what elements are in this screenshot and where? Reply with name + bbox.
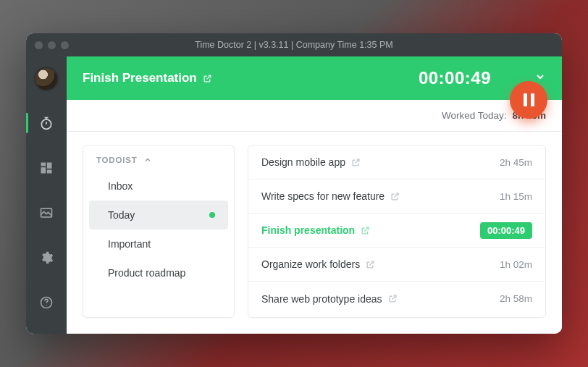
external-link-icon: [366, 260, 375, 269]
task-time: 00:00:49: [480, 222, 532, 239]
external-link-icon: [390, 192, 400, 201]
app-window: Time Doctor 2 | v3.3.11 | Company Time 1…: [26, 33, 562, 334]
task-time: 2h 58m: [500, 293, 532, 304]
sidebar: [26, 56, 67, 334]
folder-label: Inbox: [108, 180, 133, 192]
timer-header: Finish Presentation 00:00:49: [67, 56, 562, 100]
folder-product-roadmap[interactable]: Product roadmap: [89, 258, 228, 287]
folder-important[interactable]: Important: [89, 229, 228, 258]
main-area: Finish Presentation 00:00:49 Worked Toda…: [67, 56, 562, 334]
pause-icon: [524, 93, 534, 106]
integration-header[interactable]: TODOIST: [83, 156, 234, 172]
current-task-title[interactable]: Finish Presentation: [83, 71, 212, 85]
help-icon: [39, 295, 54, 310]
svg-point-7: [46, 305, 46, 305]
task-name: Share web prototype ideas: [261, 293, 382, 305]
worked-today-label: Worked Today:: [442, 110, 507, 121]
task-row[interactable]: Design mobile app 2h 45m: [248, 145, 545, 180]
chevron-down-icon: [534, 71, 546, 83]
folder-list: Inbox Today Important Product roadmap: [83, 172, 234, 287]
task-name: Write specs for new feature: [261, 190, 385, 202]
svg-rect-2: [47, 163, 52, 169]
stopwatch-icon: [39, 116, 54, 130]
external-link-icon: [361, 226, 370, 235]
window-controls[interactable]: [35, 41, 69, 49]
external-link-icon: [388, 294, 398, 303]
task-time: 1h 15m: [500, 191, 532, 202]
minimize-dot[interactable]: [48, 41, 56, 49]
folder-label: Important: [108, 238, 151, 250]
nav-help[interactable]: [26, 290, 67, 316]
folder-today[interactable]: Today: [89, 201, 228, 229]
task-row[interactable]: Organize work folders 1h 02m: [248, 248, 545, 282]
task-row[interactable]: Share web prototype ideas 2h 58m: [248, 282, 545, 316]
nav-screenshots[interactable]: [26, 200, 67, 226]
svg-rect-3: [41, 167, 46, 173]
task-name: Design mobile app: [261, 156, 345, 168]
folder-inbox[interactable]: Inbox: [89, 172, 228, 201]
active-dot-icon: [209, 212, 215, 218]
task-panel: Design mobile app 2h 45m Write specs for…: [248, 145, 546, 318]
avatar[interactable]: [34, 67, 59, 91]
close-dot[interactable]: [35, 41, 43, 49]
task-name: Finish presentation: [261, 224, 355, 236]
chevron-up-icon: [143, 156, 152, 164]
integration-title: TODOIST: [96, 156, 138, 164]
maximize-dot[interactable]: [61, 41, 69, 49]
task-name: Organize work folders: [261, 258, 360, 270]
task-row[interactable]: Write specs for new feature 1h 15m: [248, 180, 545, 214]
grid-icon: [39, 161, 54, 175]
timer-display: 00:00:49: [419, 68, 491, 88]
folder-label: Today: [108, 209, 135, 221]
pause-button[interactable]: [510, 81, 547, 119]
external-link-icon: [203, 74, 212, 83]
gear-icon: [39, 250, 54, 265]
task-time: 1h 02m: [500, 259, 532, 270]
external-link-icon: [351, 158, 361, 167]
folder-label: Product roadmap: [108, 267, 185, 279]
image-icon: [39, 206, 54, 220]
project-panel: TODOIST Inbox Today Important: [83, 145, 235, 318]
titlebar: Time Doctor 2 | v3.3.11 | Company Time 1…: [26, 33, 562, 56]
current-task-name: Finish Presentation: [83, 71, 197, 85]
nav-settings[interactable]: [26, 245, 67, 271]
nav-timer[interactable]: [26, 110, 67, 136]
task-row-active[interactable]: Finish presentation 00:00:49: [248, 214, 545, 248]
svg-rect-1: [41, 163, 46, 166]
window-title: Time Doctor 2 | v3.3.11 | Company Time 1…: [26, 40, 562, 50]
worked-today-row: Worked Today: 8h 15m: [67, 100, 562, 132]
nav-dashboard[interactable]: [26, 155, 67, 181]
task-time: 2h 45m: [500, 157, 532, 168]
svg-rect-4: [47, 170, 52, 174]
